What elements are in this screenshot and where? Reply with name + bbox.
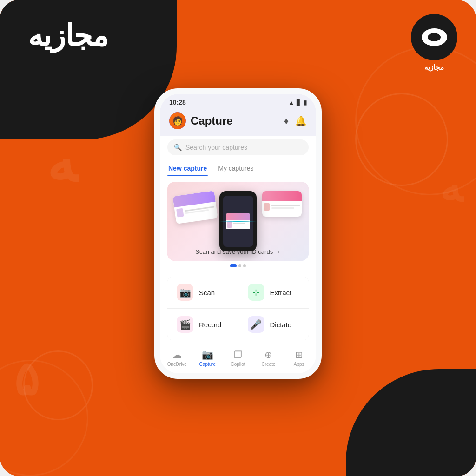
brand-icon-area: مجازيه (411, 14, 457, 72)
id-line-4 (271, 207, 294, 209)
nav-onedrive[interactable]: ☁ OneDrive (165, 349, 189, 367)
bottom-nav: ☁ OneDrive 📷 Capture ❐ Copilot ⊕ Create (160, 344, 316, 373)
brand-icon-label: مجازيه (424, 63, 444, 72)
onedrive-label: OneDrive (167, 362, 187, 367)
nav-create[interactable]: ⊕ Create (257, 349, 280, 367)
action-scan[interactable]: 📷 Scan (167, 277, 238, 308)
battery-icon: ▮ (304, 99, 307, 106)
nav-capture[interactable]: 📷 Capture (196, 349, 219, 367)
scan-label: Scan (199, 289, 215, 297)
bell-icon[interactable]: 🔔 (295, 115, 307, 126)
capture-nav-icon: 📷 (202, 349, 213, 360)
main-container: ﻪ ۵ ﻪ مجازيه مجازيه Digitize content wit… (0, 0, 476, 476)
avatar-img: 🧑 (169, 112, 186, 129)
header-icons: ♦ 🔔 (284, 115, 307, 126)
avatar: 🧑 (169, 112, 186, 129)
app-title: Capture (191, 114, 233, 127)
status-icons: ▲ ▋ ▮ (288, 99, 307, 106)
id-cards-container (167, 182, 309, 261)
dot-active (230, 264, 237, 267)
status-bar: 10:28 ▲ ▋ ▮ (160, 94, 316, 109)
tab-new-capture[interactable]: New capture (167, 161, 208, 176)
brand-icon-circle (411, 14, 457, 60)
deco-watermark-1: ﻪ (46, 130, 76, 195)
phone-mockup: 10:28 ▲ ▋ ▮ 🧑 Capture (154, 88, 322, 379)
status-time: 10:28 (169, 99, 186, 106)
dot-3 (243, 264, 246, 267)
action-record[interactable]: 🎬 Record (167, 309, 238, 340)
diamond-icon[interactable]: ♦ (284, 116, 289, 126)
search-icon: 🔍 (174, 144, 182, 151)
copilot-label: Copilot (231, 362, 245, 367)
capture-nav-label: Capture (199, 362, 216, 367)
deco-watermark-3: ﻪ (440, 163, 462, 212)
actions-grid: 📷 Scan ⊹ Extract 🎬 Record (167, 277, 309, 340)
record-icon: 🎬 (179, 319, 191, 330)
dictate-label: Dictate (270, 321, 292, 329)
id-card-right-inner (262, 191, 302, 201)
onedrive-icon: ☁ (172, 349, 182, 360)
id-card-right-body (262, 201, 302, 212)
logo-text: مجازيه (28, 19, 108, 53)
tabs-area: New capture My captures (160, 159, 316, 176)
action-extract[interactable]: ⊹ Extract (238, 277, 309, 308)
id-card-left (172, 191, 218, 224)
search-placeholder: Search your captures (185, 144, 247, 151)
apps-label: Apps (294, 362, 304, 367)
apps-icon: ⊞ (295, 349, 303, 360)
record-icon-wrap: 🎬 (177, 316, 193, 333)
scan-icon-wrap: 📷 (177, 284, 193, 301)
app-title-area: 🧑 Capture (169, 112, 233, 129)
id-in-phone-header (226, 213, 250, 220)
dictate-icon: 🎤 (250, 319, 262, 330)
id-photo-2 (264, 203, 270, 211)
create-icon: ⊕ (264, 349, 272, 360)
phone-outer: 10:28 ▲ ▋ ▮ 🧑 Capture (154, 88, 322, 379)
signal-icon: ▋ (297, 99, 301, 106)
scan-line (219, 221, 257, 222)
id-card-right (262, 191, 302, 217)
banner-card[interactable]: Scan and save your ID cards → (167, 182, 309, 261)
id-photo-1 (176, 208, 184, 218)
dictate-icon-wrap: 🎤 (248, 316, 264, 333)
dot-2 (238, 264, 241, 267)
scan-icon: 📷 (179, 287, 191, 298)
extract-icon: ⊹ (252, 287, 259, 298)
copilot-icon: ❐ (234, 349, 242, 360)
phone-screen: 10:28 ▲ ▋ ▮ 🧑 Capture (160, 94, 316, 373)
nav-apps[interactable]: ⊞ Apps (287, 349, 311, 367)
id-text-1 (185, 206, 215, 214)
search-box[interactable]: 🔍 Search your captures (167, 139, 309, 155)
id-text-2 (271, 205, 300, 209)
id-in-phone-line2 (233, 223, 245, 224)
id-line-3 (271, 205, 300, 206)
action-dictate[interactable]: 🎤 Dictate (238, 309, 309, 340)
wifi-icon: ▲ (288, 99, 294, 106)
record-label: Record (199, 321, 221, 329)
nav-copilot[interactable]: ❐ Copilot (226, 349, 250, 367)
app-header: 🧑 Capture ♦ 🔔 (160, 109, 316, 136)
extract-icon-wrap: ⊹ (248, 284, 264, 301)
logo-area: مجازيه (28, 19, 108, 53)
dots-indicator (167, 264, 309, 267)
search-area: 🔍 Search your captures (160, 136, 316, 159)
phone-scan-device (219, 191, 257, 251)
tab-my-captures[interactable]: My captures (217, 161, 254, 176)
extract-label: Extract (270, 289, 292, 297)
deco-watermark-2: ۵ (14, 352, 39, 406)
brand-icon-inner (422, 28, 447, 46)
create-label: Create (262, 362, 276, 367)
banner-area: Scan and save your ID cards → (160, 176, 316, 273)
